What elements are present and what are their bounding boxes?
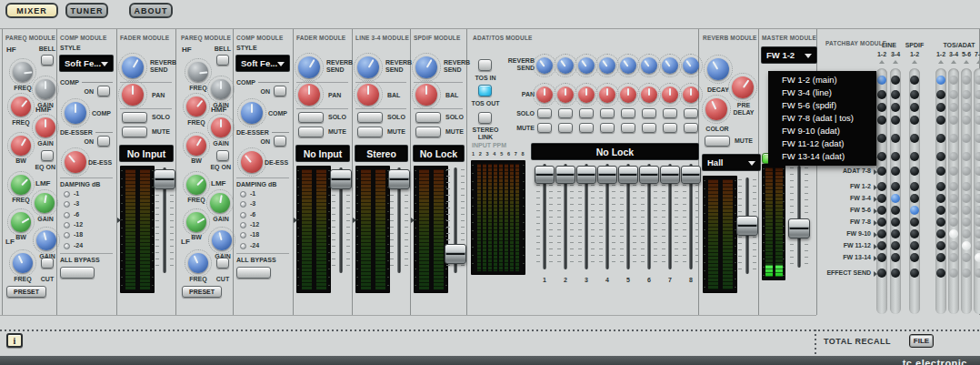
master-output-dropdown[interactable]: FW 1-2 (762, 47, 816, 63)
hf-gain-knob[interactable] (211, 79, 231, 99)
damping-radio--18[interactable] (240, 232, 246, 238)
patchbay-dot-gray[interactable] (949, 134, 958, 143)
patchbay-dot-gray[interactable] (962, 152, 971, 161)
reverb-preset-dropdown[interactable]: Hall (703, 155, 760, 170)
pre-delay-knob[interactable] (732, 76, 754, 98)
adat-solo-button-6[interactable] (642, 108, 656, 118)
mute-button[interactable] (122, 127, 147, 137)
patchbay-dot-black[interactable] (877, 103, 886, 112)
patchbay-dot-black[interactable] (877, 152, 886, 161)
pan-knob[interactable] (298, 84, 320, 106)
patchbay-dot-white[interactable] (975, 253, 980, 262)
patchbay-dot-black[interactable] (910, 167, 919, 176)
patchbay-dot-gray[interactable] (949, 103, 958, 112)
patchbay-dot-black[interactable] (910, 103, 919, 112)
patchbay-dot-black[interactable] (936, 229, 945, 238)
patchbay-dot-black[interactable] (891, 241, 900, 250)
patchbay-dot-white[interactable] (962, 241, 971, 250)
adat-pan-knob-7[interactable] (662, 86, 678, 103)
bal-knob[interactable] (415, 84, 437, 106)
adat-fader-8-handle[interactable] (681, 166, 701, 184)
comp-on-button[interactable] (274, 86, 286, 96)
patchbay-dot-gray[interactable] (975, 229, 980, 238)
patchbay-dot-gray[interactable] (949, 241, 958, 250)
tab-tuner[interactable]: TUNER (65, 3, 108, 18)
tos-out-button[interactable] (478, 85, 492, 96)
hmf-freq-knob[interactable] (11, 96, 31, 117)
fw-menu-item-5[interactable]: FW 9-10 (adat) (768, 125, 876, 137)
damping-radio--1[interactable] (64, 191, 70, 198)
patchbay-dot-gray[interactable] (962, 116, 971, 125)
lmf-freq-knob[interactable] (11, 175, 31, 195)
info-button[interactable]: i (6, 333, 23, 348)
lf-freq-knob[interactable] (13, 253, 33, 273)
patchbay-dot-black[interactable] (891, 218, 900, 227)
patchbay-dot-gray[interactable] (949, 194, 958, 203)
damping-radio--6[interactable] (64, 212, 70, 218)
hmf-freq-knob[interactable] (186, 96, 206, 117)
adat-mute-button-4[interactable] (600, 123, 615, 133)
lmf-freq-knob[interactable] (186, 175, 206, 195)
solo-button[interactable] (357, 112, 383, 123)
stereo-link-button[interactable] (478, 112, 492, 124)
patchbay-dot-gray[interactable] (975, 182, 980, 191)
adat-reverb-send-knob-3[interactable] (578, 57, 595, 74)
patchbay-dot-blue[interactable] (891, 194, 900, 203)
pan-knob[interactable] (122, 84, 144, 106)
eq-on-button[interactable] (216, 150, 229, 161)
patchbay-dot-black[interactable] (891, 152, 900, 161)
channel-fader-handle[interactable] (445, 244, 466, 264)
mute-button[interactable] (415, 127, 441, 137)
patchbay-dot-gray[interactable] (975, 76, 980, 85)
patchbay-dot-gray[interactable] (949, 206, 958, 215)
patchbay-dot-gray[interactable] (975, 206, 980, 215)
patchbay-dot-gray[interactable] (962, 194, 971, 203)
patchbay-dot-blue[interactable] (877, 76, 886, 85)
patchbay-dot-black[interactable] (891, 269, 900, 278)
adat-fader-3-handle[interactable] (576, 166, 596, 184)
damping-radio--3[interactable] (64, 201, 70, 208)
tos-in-button[interactable] (478, 59, 492, 71)
hmf-bw-knob[interactable] (11, 136, 31, 156)
patchbay-dot-black[interactable] (910, 90, 919, 99)
comp-on-button[interactable] (97, 86, 110, 96)
patchbay-dot-gray[interactable] (975, 90, 980, 99)
file-button[interactable]: FILE (909, 334, 934, 348)
adat-reverb-send-knob-2[interactable] (557, 57, 574, 74)
patchbay-dot-black[interactable] (877, 167, 886, 176)
patchbay-dot-gray[interactable] (962, 253, 971, 262)
damping-radio--18[interactable] (64, 232, 70, 238)
patchbay-dot-gray[interactable] (949, 152, 958, 161)
damping-radio--12[interactable] (64, 222, 70, 228)
reverb-fader-handle[interactable] (736, 216, 758, 236)
patchbay-dot-black[interactable] (877, 194, 886, 203)
patchbay-dot-gray[interactable] (949, 90, 958, 99)
patchbay-dot-gray[interactable] (949, 182, 958, 191)
patchbay-dot-black[interactable] (936, 218, 945, 227)
damping-radio--24[interactable] (64, 243, 70, 249)
mute-button[interactable] (357, 127, 383, 137)
patchbay-dot-gray[interactable] (962, 218, 971, 227)
hmf-gain-knob[interactable] (35, 117, 55, 137)
mute-button[interactable] (298, 127, 324, 137)
all-bypass-button[interactable] (60, 267, 95, 279)
patchbay-dot-gray[interactable] (949, 167, 958, 176)
adat-mute-button-3[interactable] (579, 123, 594, 133)
patchbay-dot-black[interactable] (891, 167, 900, 176)
lmf-gain-knob[interactable] (35, 193, 55, 213)
color-knob[interactable] (705, 98, 727, 120)
patchbay-dot-gray[interactable] (962, 167, 971, 176)
lmf-bw-knob[interactable] (11, 212, 31, 232)
channel-fader-handle[interactable] (154, 169, 175, 189)
patchbay-dot-black[interactable] (910, 152, 919, 161)
comp-style-dropdown[interactable]: Soft Fe... (236, 56, 289, 71)
deess-knob[interactable] (65, 151, 86, 173)
patchbay-dot-gray[interactable] (962, 269, 971, 278)
adat-solo-button-7[interactable] (663, 108, 677, 118)
hf-gain-knob[interactable] (35, 79, 55, 99)
fw-menu-item-1[interactable]: FW 1-2 (main) (768, 74, 876, 86)
eq-on-button[interactable] (41, 150, 54, 161)
patchbay-dot-black[interactable] (891, 229, 900, 238)
adat-fader-7-handle[interactable] (660, 166, 680, 184)
solo-button[interactable] (122, 112, 147, 123)
